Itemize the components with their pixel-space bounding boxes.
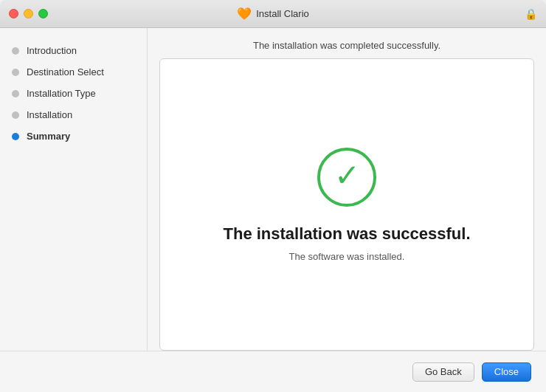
title-text: Install Clario <box>256 8 309 19</box>
sidebar-label-installation-type: Installation Type <box>27 88 96 99</box>
sidebar-dot-summary <box>12 133 19 140</box>
sidebar-dot-introduction <box>12 47 19 55</box>
close-button[interactable] <box>9 9 18 18</box>
content-area: The installation was completed successfu… <box>148 28 546 351</box>
sidebar-label-destination-select: Destination Select <box>27 66 104 78</box>
checkmark-icon: ✓ <box>334 160 360 191</box>
sidebar-item-introduction[interactable]: Introduction <box>0 40 147 61</box>
sidebar-dot-destination-select <box>12 69 19 76</box>
minimize-button[interactable] <box>24 9 33 18</box>
sidebar-item-installation-type[interactable]: Installation Type <box>0 83 147 104</box>
sidebar-item-destination-select[interactable]: Destination Select <box>0 61 147 83</box>
sidebar-dot-installation <box>12 111 19 119</box>
window-title: 🧡 Install Clario <box>237 7 309 21</box>
traffic-lights <box>9 9 48 18</box>
sidebar-label-summary: Summary <box>27 131 70 142</box>
maximize-button[interactable] <box>38 9 48 18</box>
sidebar: Introduction Destination Select Installa… <box>0 28 148 351</box>
sidebar-dot-installation-type <box>12 90 19 97</box>
content-box: ✓ The installation was successful. The s… <box>159 58 534 351</box>
sidebar-item-installation[interactable]: Installation <box>0 104 147 125</box>
app-icon: 🧡 <box>237 7 252 21</box>
go-back-button[interactable]: Go Back <box>412 362 474 382</box>
sidebar-label-introduction: Introduction <box>27 45 77 56</box>
close-button-footer[interactable]: Close <box>482 362 531 382</box>
success-title: The installation was successful. <box>224 224 471 244</box>
footer: Go Back Close <box>0 351 546 392</box>
sidebar-item-summary[interactable]: Summary <box>0 125 147 147</box>
success-subtitle: The software was installed. <box>289 251 405 262</box>
main-content: Introduction Destination Select Installa… <box>0 28 546 351</box>
sidebar-label-installation: Installation <box>27 109 72 120</box>
completion-message: The installation was completed successfu… <box>159 40 534 51</box>
success-circle: ✓ <box>317 148 376 207</box>
title-bar: 🧡 Install Clario 🔒 <box>0 0 546 28</box>
lock-icon: 🔒 <box>525 8 537 20</box>
